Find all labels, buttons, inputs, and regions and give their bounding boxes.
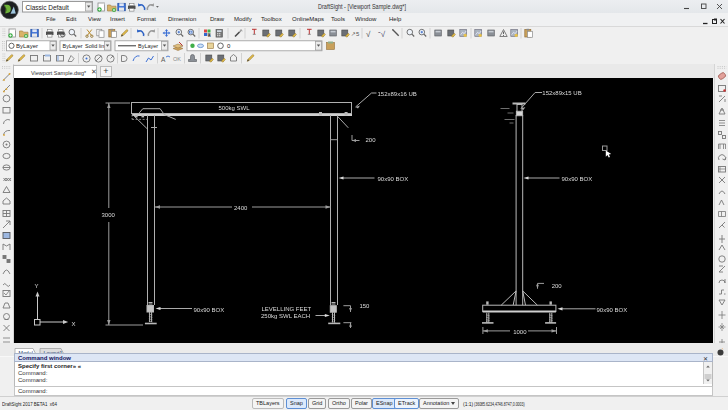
svg-text:90x90 BOX: 90x90 BOX (194, 307, 225, 313)
svg-text:150: 150 (359, 303, 370, 309)
svg-text:X: X (72, 321, 76, 327)
svg-text:152x89x15 UB: 152x89x15 UB (542, 90, 581, 96)
svg-text:↗5: ↗5 (351, 31, 360, 37)
svg-text:√: √ (366, 30, 371, 39)
svg-text:90x90 BOX: 90x90 BOX (597, 307, 628, 313)
svg-text:200: 200 (366, 137, 377, 143)
svg-text:OK: OK (173, 56, 181, 62)
svg-text:250kg SWL EACH: 250kg SWL EACH (261, 313, 310, 319)
svg-text:200: 200 (552, 283, 563, 289)
svg-text:3000: 3000 (102, 212, 116, 218)
svg-text:90x90 BOX: 90x90 BOX (378, 176, 409, 182)
svg-text:A: A (161, 56, 166, 63)
svg-text:1000: 1000 (513, 329, 527, 335)
svg-text:Classic Default: Classic Default (26, 4, 70, 11)
svg-text:LEVELLING FEET: LEVELLING FEET (262, 306, 312, 312)
svg-text:500kg SWL: 500kg SWL (219, 105, 251, 111)
svg-text:Y: Y (35, 283, 39, 289)
svg-text:DraftSight - [Viewport Sample.: DraftSight - [Viewport Sample.dwg*] (318, 3, 406, 11)
svg-text:90x90 BOX: 90x90 BOX (562, 176, 593, 182)
svg-text:ˇ√: ˇ√ (378, 30, 386, 39)
svg-text:2400: 2400 (234, 205, 248, 211)
svg-text:152x89x16 UB: 152x89x16 UB (378, 91, 417, 97)
